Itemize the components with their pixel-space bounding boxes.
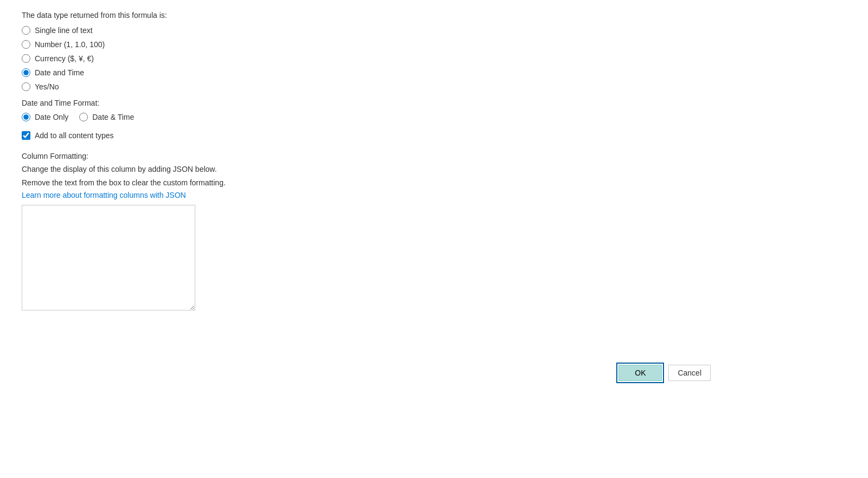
radio-currency-label: Currency ($, ¥, €) (35, 54, 94, 63)
date-format-item-date-only[interactable]: Date Only (22, 113, 68, 121)
radio-date-and-time[interactable] (79, 113, 88, 121)
radio-item-single-line[interactable]: Single line of text (22, 26, 846, 35)
radio-number[interactable] (22, 40, 30, 49)
add-to-content-types-checkbox-item[interactable]: Add to all content types (22, 131, 846, 140)
radio-item-date-time[interactable]: Date and Time (22, 68, 846, 77)
radio-date-only[interactable] (22, 113, 30, 121)
formula-label: The data type returned from this formula… (22, 11, 846, 20)
json-formatting-textarea[interactable] (22, 205, 195, 311)
ok-button[interactable]: OK (618, 365, 662, 381)
main-content: The data type returned from this formula… (0, 0, 868, 328)
radio-item-number[interactable]: Number (1, 1.0, 100) (22, 40, 846, 49)
column-formatting-desc2: Remove the text from the box to clear th… (22, 177, 846, 189)
radio-date-and-time-label: Date & Time (92, 113, 134, 121)
cancel-button[interactable]: Cancel (668, 365, 711, 381)
radio-item-currency[interactable]: Currency ($, ¥, €) (22, 54, 846, 63)
radio-item-yes-no[interactable]: Yes/No (22, 82, 846, 91)
radio-yes-no[interactable] (22, 82, 30, 91)
radio-date-time[interactable] (22, 68, 30, 77)
radio-number-label: Number (1, 1.0, 100) (35, 40, 105, 49)
add-to-content-types-checkbox[interactable] (22, 131, 30, 140)
data-type-radio-group: Single line of text Number (1, 1.0, 100)… (22, 26, 846, 91)
column-formatting-title: Column Formatting: (22, 152, 846, 160)
radio-date-time-label: Date and Time (35, 68, 84, 77)
bottom-buttons: OK Cancel (616, 363, 711, 383)
radio-single-line[interactable] (22, 26, 30, 35)
ok-button-wrapper: OK (616, 363, 664, 383)
column-formatting-section: Column Formatting: Change the display of… (22, 152, 846, 312)
add-to-content-types-label: Add to all content types (35, 131, 114, 140)
radio-date-only-label: Date Only (35, 113, 68, 121)
column-formatting-desc1: Change the display of this column by add… (22, 164, 846, 175)
radio-yes-no-label: Yes/No (35, 82, 59, 91)
json-formatting-link[interactable]: Learn more about formatting columns with… (22, 191, 846, 199)
date-format-item-date-and-time[interactable]: Date & Time (79, 113, 134, 121)
radio-single-line-label: Single line of text (35, 26, 93, 35)
date-format-label: Date and Time Format: (22, 99, 846, 107)
date-format-radio-group: Date Only Date & Time (22, 113, 846, 121)
radio-currency[interactable] (22, 54, 30, 63)
